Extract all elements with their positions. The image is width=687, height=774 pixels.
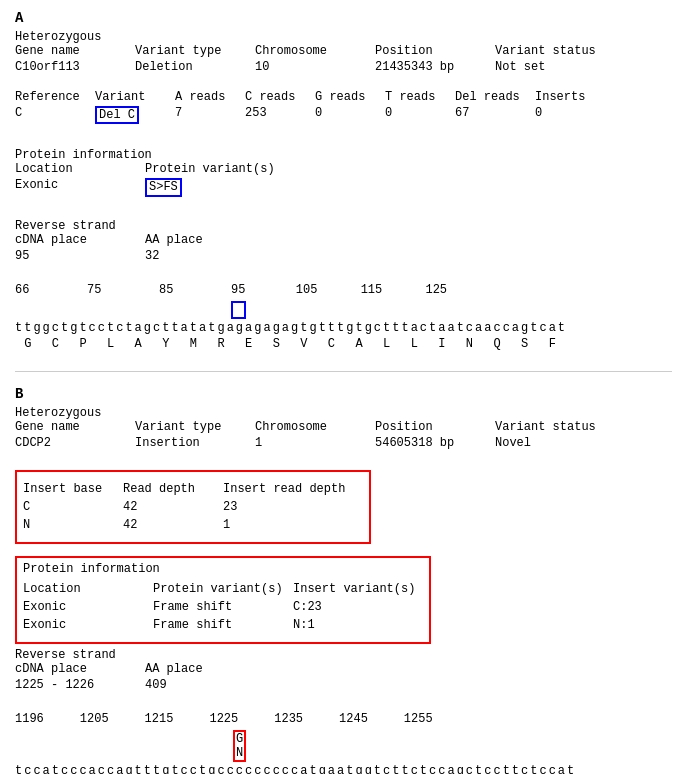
protein-info-row-2-b: Exonic Frame shift N:1 (23, 616, 423, 634)
gene-name-header-b: Gene name (15, 420, 135, 434)
protein-info-headers-b: Location Protein variant(s) Insert varia… (23, 580, 423, 598)
c-reads-header: C reads (245, 90, 315, 104)
section-divider (15, 371, 672, 372)
protein-variant-header-a: Protein variant(s) (145, 162, 345, 176)
protein-info-headers-a: Location Protein variant(s) (15, 162, 672, 176)
variant-highlighted: Del C (95, 106, 139, 124)
insert-variant-2-b: N:1 (293, 616, 423, 634)
strand-values-a: 95 32 (15, 249, 672, 263)
variant-status-value: Not set (495, 60, 615, 74)
location-header-a: Location (15, 162, 145, 176)
del-reads-value: 67 (455, 106, 535, 124)
gene-info-headers-b: Gene name Variant type Chromosome Positi… (15, 420, 672, 434)
location-header-b: Location (23, 580, 153, 598)
reads-headers: Reference Variant A reads C reads G read… (15, 90, 672, 104)
protein-info-row-1-b: Exonic Frame shift C:23 (23, 598, 423, 616)
variant-value: Del C (95, 106, 175, 124)
g-reads-header: G reads (315, 90, 385, 104)
protein-info-data-a: Exonic S>FS (15, 178, 672, 196)
variant-status-header-b: Variant status (495, 420, 615, 434)
position-value-b: 54605318 bp (375, 436, 495, 450)
chromosome-header-b: Chromosome (255, 420, 375, 434)
cdna-value-b: 1225 - 1226 (15, 678, 145, 692)
strand-info-b: Reverse strand cDNA place AA place 1225 … (15, 648, 672, 692)
position-value: 21435343 bp (375, 60, 495, 74)
insert-table-row-1: C 42 23 (23, 498, 363, 516)
inserts-header: Inserts (535, 90, 595, 104)
positions-a: 66 75 85 95 105 115 125 (15, 283, 672, 297)
location-value-a: Exonic (15, 178, 145, 196)
dna-sequence-a: ttggctgtcctctagcttatatgagagagagtgtttgtgc… (15, 321, 672, 335)
protein-info-label-a: Protein information (15, 148, 672, 162)
strand-label-b: Reverse strand (15, 648, 672, 662)
cdna-header-b: cDNA place (15, 662, 145, 676)
protein-info-label-b: Protein information (23, 562, 423, 576)
position-header: Position (375, 44, 495, 58)
protein-variant-value-a: S>FS (145, 178, 345, 196)
variant-header: Variant (95, 90, 175, 104)
gene-name-header: Gene name (15, 44, 135, 58)
gene-name-value: C10orf113 (15, 60, 135, 74)
read-depth-1: 42 (123, 498, 223, 516)
c-reads-value: 253 (245, 106, 315, 124)
protein-variant-highlighted-a: S>FS (145, 178, 182, 196)
aa-header-a: AA place (145, 233, 275, 247)
read-depth-header: Read depth (123, 480, 223, 498)
highlight-box-row-b: GN (15, 730, 672, 762)
variant-status-header: Variant status (495, 44, 615, 58)
section-a: A Heterozygous Gene name Variant type Ch… (15, 10, 672, 351)
insert-table-box: Insert base Read depth Insert read depth… (15, 470, 371, 544)
insert-read-depth-header: Insert read depth (223, 480, 363, 498)
position-highlight-b: GN (233, 730, 246, 762)
aa-sequence-a: G C P L A Y M R E S V C A L L I N Q S F (15, 337, 672, 351)
read-depth-2: 42 (123, 516, 223, 534)
insert-read-depth-1: 23 (223, 498, 363, 516)
position-highlight-a (231, 301, 246, 319)
del-reads-header: Del reads (455, 90, 535, 104)
insert-variant-header-b: Insert variant(s) (293, 580, 423, 598)
variant-type-header-b: Variant type (135, 420, 255, 434)
protein-variant-2-b: Frame shift (153, 616, 293, 634)
cdna-value-a: 95 (15, 249, 145, 263)
aa-value-a: 32 (145, 249, 275, 263)
dna-sequence-b: tccatcccaccagtttgtcctgcccccccccatgaatggt… (15, 764, 672, 774)
aa-header-b: AA place (145, 662, 275, 676)
positions-b: 1196 1205 1215 1225 1235 1245 1255 (15, 712, 672, 726)
position-header-b: Position (375, 420, 495, 434)
section-b: B Heterozygous Gene name Variant type Ch… (15, 386, 672, 774)
location-1-b: Exonic (23, 598, 153, 616)
variant-type-value: Deletion (135, 60, 255, 74)
insert-variant-1-b: C:23 (293, 598, 423, 616)
aa-value-b: 409 (145, 678, 275, 692)
insert-table-header-row: Insert base Read depth Insert read depth (23, 480, 363, 498)
gene-name-value-b: CDCP2 (15, 436, 135, 450)
chromosome-value: 10 (255, 60, 375, 74)
location-2-b: Exonic (23, 616, 153, 634)
chromosome-header: Chromosome (255, 44, 375, 58)
section-b-label: B (15, 386, 672, 402)
insert-table-row-2: N 42 1 (23, 516, 363, 534)
reads-data: C Del C 7 253 0 0 67 0 (15, 106, 672, 124)
strand-label-a: Reverse strand (15, 219, 672, 233)
protein-info-box-b: Protein information Location Protein var… (15, 556, 431, 644)
ref-value: C (15, 106, 95, 124)
t-reads-value: 0 (385, 106, 455, 124)
cdna-header-a: cDNA place (15, 233, 145, 247)
insert-base-1: C (23, 498, 123, 516)
insert-base-2: N (23, 516, 123, 534)
section-a-type: Heterozygous (15, 30, 672, 44)
inserts-value: 0 (535, 106, 595, 124)
gene-info-data-b: CDCP2 Insertion 1 54605318 bp Novel (15, 436, 672, 450)
variant-status-value-b: Novel (495, 436, 615, 450)
a-reads-header: A reads (175, 90, 245, 104)
t-reads-header: T reads (385, 90, 455, 104)
protein-info-a: Protein information Location Protein var… (15, 148, 672, 196)
protein-info-table-b: Location Protein variant(s) Insert varia… (23, 580, 423, 634)
strand-headers-b: cDNA place AA place (15, 662, 672, 676)
strand-info-a: Reverse strand cDNA place AA place 95 32 (15, 219, 672, 263)
insert-read-depth-2: 1 (223, 516, 363, 534)
highlight-box-row-a (15, 301, 672, 319)
gene-info-headers: Gene name Variant type Chromosome Positi… (15, 44, 672, 58)
strand-values-b: 1225 - 1226 409 (15, 678, 672, 692)
protein-variant-1-b: Frame shift (153, 598, 293, 616)
